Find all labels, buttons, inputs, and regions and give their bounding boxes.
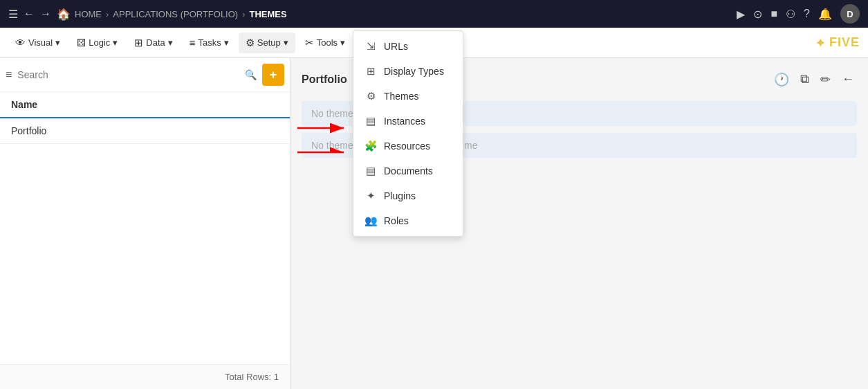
- setup-icon: ⚙: [246, 37, 255, 49]
- documents-icon: ▤: [364, 165, 377, 177]
- resources-label: Resources: [384, 141, 430, 152]
- breadcrumb-home[interactable]: HOME: [75, 9, 102, 19]
- tasks-icon: ≡: [190, 37, 196, 48]
- table-footer: Total Rows: 1: [0, 364, 290, 389]
- breadcrumb-sep2: ›: [242, 9, 245, 19]
- visual-label: Visual: [28, 37, 53, 48]
- right-panel-title: Portfolio: [302, 73, 347, 86]
- dropdown-item-documents[interactable]: ▤ Documents: [353, 159, 463, 183]
- display-types-label: Display Types: [384, 66, 444, 77]
- back-panel-icon[interactable]: ←: [839, 69, 857, 90]
- top-navigation-bar: ☰ ← → 🏠 HOME › APPLICATIONS (PORTFOLIO) …: [0, 0, 868, 28]
- breadcrumb-current: THEMES: [250, 9, 287, 19]
- tools-label: Tools: [317, 37, 338, 48]
- search-topbar-icon[interactable]: ⊙: [753, 8, 762, 21]
- data-icon: ⊞: [134, 37, 143, 49]
- notifications-icon[interactable]: 🔔: [818, 8, 832, 21]
- themes-icon: ⚙: [364, 90, 377, 102]
- logic-menu-button[interactable]: ⚄ Logic ▾: [70, 33, 124, 53]
- dropdown-item-urls[interactable]: ⇲ URLs: [353, 34, 463, 59]
- table-column-name: Name: [0, 92, 290, 118]
- play-icon[interactable]: ▶: [737, 8, 745, 21]
- setup-chevron: ▾: [284, 37, 288, 48]
- forward-icon[interactable]: →: [40, 8, 51, 20]
- tools-chevron: ▾: [340, 37, 345, 48]
- right-panel-actions: 🕐 ⧉ ✏ ←: [771, 69, 857, 90]
- data-chevron: ▾: [168, 37, 173, 48]
- instances-label: Instances: [384, 116, 425, 127]
- display-types-icon: ⊞: [364, 65, 377, 78]
- topbar-actions: ▶ ⊙ ■ ⚇ ? 🔔 D: [737, 4, 860, 24]
- urls-label: URLs: [384, 41, 408, 52]
- setup-dropdown-menu: ⇲ URLs ⊞ Display Types ⚙ Themes ▤ Instan…: [353, 30, 463, 237]
- resources-icon: 🧩: [364, 140, 377, 152]
- plugins-icon: ✦: [364, 190, 377, 202]
- dropdown-item-plugins[interactable]: ✦ Plugins: [353, 183, 463, 208]
- visual-icon: 👁: [15, 37, 26, 48]
- tasks-chevron: ▾: [224, 37, 229, 48]
- tasks-label: Tasks: [198, 37, 221, 48]
- dropdown-item-instances[interactable]: ▤ Instances: [353, 109, 463, 134]
- five-logo-text: FIVE: [829, 35, 860, 50]
- dropdown-item-themes[interactable]: ⚙ Themes: [353, 84, 463, 109]
- breadcrumb-area: ☰ ← → 🏠 HOME › APPLICATIONS (PORTFOLIO) …: [8, 8, 731, 21]
- breadcrumb: 🏠 HOME › APPLICATIONS (PORTFOLIO) › THEM…: [57, 8, 287, 21]
- data-menu-button[interactable]: ⊞ Data ▾: [127, 33, 179, 53]
- history-icon[interactable]: 🕐: [771, 69, 792, 90]
- help-icon[interactable]: ?: [804, 8, 810, 20]
- visual-menu-button[interactable]: 👁 Visual ▾: [8, 33, 67, 53]
- search-bar: ≡ 🔍 +: [0, 58, 290, 92]
- breadcrumb-applications[interactable]: APPLICATIONS (PORTFOLIO): [113, 9, 238, 19]
- copy-icon[interactable]: ⧉: [797, 69, 812, 90]
- tools-icon: ✂: [305, 37, 314, 49]
- home-icon[interactable]: 🏠: [57, 8, 71, 21]
- urls-icon: ⇲: [364, 40, 377, 53]
- menu-icon[interactable]: ☰: [8, 8, 18, 21]
- search-input[interactable]: [17, 69, 239, 80]
- dropdown-item-display-types[interactable]: ⊞ Display Types: [353, 59, 463, 84]
- left-panel: ≡ 🔍 + Name Portfolio Total Rows: 1: [0, 58, 290, 389]
- data-label: Data: [146, 37, 165, 48]
- edit-icon[interactable]: ✏: [818, 69, 833, 90]
- row-name: Portfolio: [11, 125, 46, 136]
- tools-menu-button[interactable]: ✂ Tools ▾: [298, 33, 352, 53]
- five-star-icon: ✦: [815, 35, 827, 51]
- filter-icon[interactable]: ≡: [6, 69, 12, 81]
- roles-icon: 👥: [364, 215, 377, 227]
- five-logo: ✦ FIVE: [815, 35, 860, 51]
- breadcrumb-sep1: ›: [106, 9, 109, 19]
- dropdown-item-resources[interactable]: 🧩 Resources: [353, 134, 463, 159]
- visual-chevron: ▾: [55, 37, 60, 48]
- logic-chevron: ▾: [113, 37, 118, 48]
- add-button[interactable]: +: [262, 64, 284, 86]
- roles-label: Roles: [384, 215, 409, 226]
- setup-label: Setup: [257, 37, 281, 48]
- search-icon[interactable]: 🔍: [245, 69, 257, 80]
- instances-icon: ▤: [364, 115, 377, 127]
- themes-label: Themes: [384, 91, 419, 102]
- setup-menu-button[interactable]: ⚙ Setup ▾: [239, 33, 295, 53]
- back-icon[interactable]: ←: [24, 8, 35, 20]
- user-avatar[interactable]: D: [840, 4, 860, 24]
- logic-icon: ⚄: [77, 37, 86, 49]
- tasks-menu-button[interactable]: ≡ Tasks ▾: [183, 33, 236, 53]
- stop-icon[interactable]: ■: [770, 8, 777, 20]
- dropdown-item-roles[interactable]: 👥 Roles: [353, 208, 463, 233]
- documents-label: Documents: [384, 165, 433, 177]
- plugins-label: Plugins: [384, 190, 416, 201]
- bot-icon[interactable]: ⚇: [786, 8, 795, 21]
- table-row[interactable]: Portfolio: [0, 118, 290, 144]
- logic-label: Logic: [89, 37, 110, 48]
